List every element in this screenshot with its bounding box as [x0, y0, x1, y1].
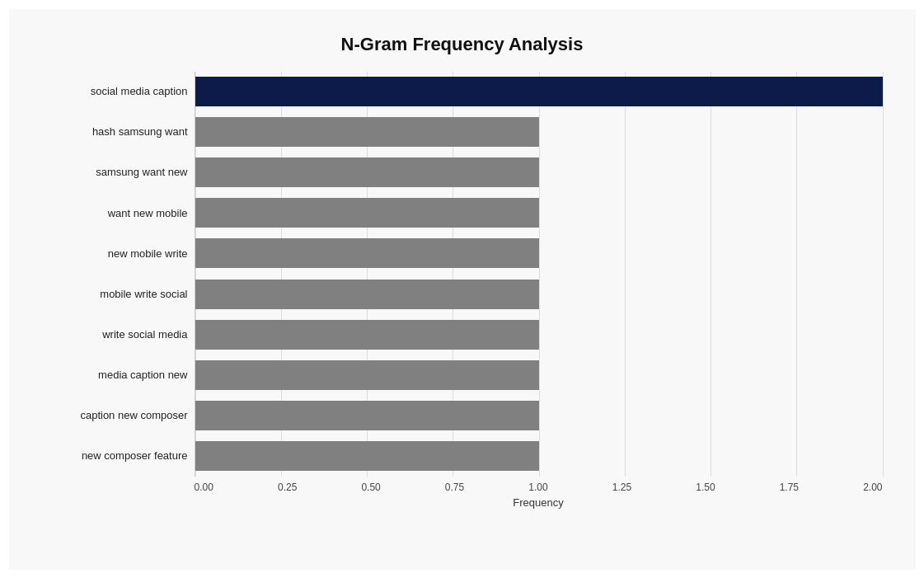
bar-rows	[195, 72, 883, 477]
x-tick-label: 1.50	[696, 482, 715, 493]
x-tick-label: 0.50	[361, 482, 380, 493]
bar-row	[195, 154, 883, 190]
bar	[195, 198, 539, 228]
bar-row	[195, 357, 883, 393]
x-labels: 0.000.250.500.751.001.251.501.752.00	[195, 482, 883, 493]
bar-row	[195, 397, 883, 434]
bar-row	[195, 114, 883, 150]
bar-row	[195, 195, 883, 231]
bar	[195, 360, 539, 390]
grid-line	[883, 72, 884, 477]
y-label: new composer feature	[42, 449, 188, 463]
bar-row	[195, 73, 883, 110]
y-labels: social media captionhash samsung wantsam…	[42, 72, 195, 477]
chart-title: N-Gram Frequency Analysis	[42, 34, 883, 55]
y-label: media caption new	[42, 369, 188, 382]
bar	[195, 157, 539, 187]
y-label: caption new composer	[42, 409, 188, 422]
bar	[195, 441, 539, 471]
bar	[195, 401, 539, 430]
y-label: hash samsung want	[42, 125, 188, 139]
x-tick-label: 0.25	[278, 482, 297, 493]
x-tick-label: 1.25	[612, 482, 631, 493]
bar-row	[195, 317, 883, 353]
bar	[195, 117, 539, 147]
bars-section: social media captionhash samsung wantsam…	[42, 72, 883, 477]
bar	[195, 320, 539, 350]
y-label: new mobile write	[42, 247, 188, 261]
y-label: samsung want new	[42, 166, 188, 179]
bar-row	[195, 438, 883, 474]
y-label: social media caption	[42, 85, 188, 98]
bar-row	[195, 276, 883, 312]
bar	[195, 238, 539, 268]
x-tick-label: 2.00	[863, 482, 882, 493]
x-axis: 0.000.250.500.751.001.251.501.752.00	[42, 482, 883, 493]
x-axis-title: Frequency	[42, 496, 883, 509]
x-tick-label: 1.00	[528, 482, 547, 493]
y-label: mobile write social	[42, 288, 188, 301]
bars-and-grid	[195, 72, 883, 477]
x-tick-label: 0.75	[445, 482, 464, 493]
x-tick-label: 1.75	[780, 482, 799, 493]
x-tick-label: 0.00	[195, 482, 213, 493]
chart-area: social media captionhash samsung wantsam…	[42, 72, 883, 509]
y-label: write social media	[42, 328, 188, 341]
y-label: want new mobile	[42, 207, 188, 220]
bar-row	[195, 235, 883, 271]
bar	[195, 77, 883, 106]
chart-container: N-Gram Frequency Analysis social media c…	[9, 9, 916, 570]
bar	[195, 280, 539, 309]
